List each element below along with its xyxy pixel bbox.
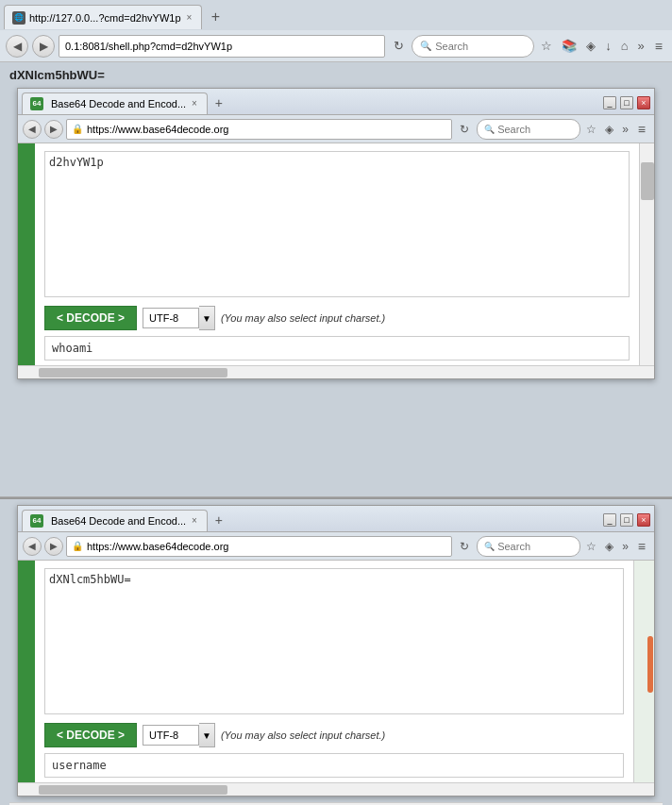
inner-2-tab-title: Base64 Decode and Encod... xyxy=(51,515,186,527)
outer-bookmark-icon[interactable]: ☆ xyxy=(538,37,555,55)
inner-1-charset-select[interactable]: ▼ xyxy=(143,306,215,330)
page-output-text: dXNlcm5hbWU= xyxy=(9,68,663,82)
inner-1-page-body: d2hvYW1p < DECODE > ▼ (You may also sele… xyxy=(35,143,639,365)
inner-1-new-tab-button[interactable]: + xyxy=(208,92,230,114)
inner-2-pocket-icon[interactable]: ◈ xyxy=(602,538,616,555)
inner-2-window-controls: _ □ × xyxy=(603,513,650,527)
inner-1-close-button[interactable]: × xyxy=(637,96,650,109)
inner-1-tab-title: Base64 Decode and Encod... xyxy=(51,98,186,109)
inner-2-url-input[interactable] xyxy=(87,541,446,552)
inner-2-address-bar[interactable]: 🔒 xyxy=(66,536,452,557)
inner-2-decode-row: < DECODE > ▼ (You may also select input … xyxy=(44,723,624,747)
outer-url-input[interactable] xyxy=(65,41,378,52)
inner-2-active-tab[interactable]: 64 Base64 Decode and Encod... × xyxy=(22,510,208,531)
inner-2-right-partial[interactable] xyxy=(633,561,654,782)
inner-2-bottom-scrollbar[interactable] xyxy=(18,782,654,796)
inner-2-lock-icon: 🔒 xyxy=(72,541,83,551)
inner-1-active-tab[interactable]: 64 Base64 Decode and Encod... × xyxy=(22,92,208,114)
inner-2-charset-hint: (You may also select input charset.) xyxy=(221,730,385,741)
inner-2-nav-bar: ◀ ▶ 🔒 ↻ 🔍 ☆ ◈ » ≡ xyxy=(18,532,654,561)
outer-menu-icon[interactable]: ≡ xyxy=(651,37,666,56)
inner-2-maximize-button[interactable]: □ xyxy=(620,513,633,527)
inner-1-reload-button[interactable]: ↻ xyxy=(455,120,474,139)
outer-search-input[interactable] xyxy=(435,41,520,52)
inner-browser-2: 64 Base64 Decode and Encod... × + _ □ × … xyxy=(17,505,655,797)
inner-1-menu-icon[interactable]: ≡ xyxy=(634,120,649,139)
inner-2-bookmark-icon[interactable]: ☆ xyxy=(583,538,599,555)
outer-tab-bar: 🌐 http://127.0.0...?cmd=d2hvYW1p × + xyxy=(0,0,672,30)
inner-1-page-content: d2hvYW1p < DECODE > ▼ (You may also sele… xyxy=(18,143,654,365)
inner-1-address-bar[interactable]: 🔒 xyxy=(66,119,452,140)
inner-1-minimize-button[interactable]: _ xyxy=(603,96,616,109)
outer-address-bar[interactable] xyxy=(59,35,385,58)
inner-browser-1: 64 Base64 Decode and Encod... × + _ □ × … xyxy=(17,88,655,379)
inner-2-close-button[interactable]: × xyxy=(637,513,650,527)
inner-2-minimize-button[interactable]: _ xyxy=(603,513,616,527)
inner-2-search-bar[interactable]: 🔍 xyxy=(477,536,580,557)
inner-1-bottom-scrollbar[interactable] xyxy=(18,365,654,378)
inner-1-charset-input[interactable] xyxy=(143,308,199,328)
inner-1-decode-button[interactable]: < DECODE > xyxy=(44,306,137,330)
outer-forward-button[interactable]: ▶ xyxy=(32,35,55,58)
inner-2-back-button[interactable]: ◀ xyxy=(23,537,42,556)
inner-2-page-content: dXNlcm5hbWU= < DECODE > ▼ (You may also … xyxy=(18,561,654,782)
inner-1-maximize-button[interactable]: □ xyxy=(620,96,633,109)
outer-pocket-icon[interactable]: ◈ xyxy=(583,37,598,55)
inner-1-forward-button[interactable]: ▶ xyxy=(44,120,63,139)
outer-bookmarks-icon[interactable]: 📚 xyxy=(559,37,580,55)
inner-2-input-textarea[interactable]: dXNlcm5hbWU= xyxy=(44,568,624,714)
inner-2-scrollbar-orange xyxy=(647,636,653,693)
inner-2-menu-icon[interactable]: ≡ xyxy=(634,537,649,556)
inner-1-right-scrollbar[interactable] xyxy=(639,143,654,365)
outer-home-icon[interactable]: ⌂ xyxy=(618,37,631,55)
inner-2-charset-input[interactable] xyxy=(143,725,199,746)
outer-nav-bar: ◀ ▶ ↻ 🔍 ☆ 📚 ◈ ↓ ⌂ » ≡ xyxy=(0,30,672,62)
inner-1-more-icon[interactable]: » xyxy=(619,121,631,138)
inner-1-pocket-icon[interactable]: ◈ xyxy=(602,121,616,138)
outer-search-icon: 🔍 xyxy=(420,41,431,51)
inner-2-tab-favicon: 64 xyxy=(30,514,43,528)
inner-2-more-icon[interactable]: » xyxy=(619,538,631,555)
inner-2-new-tab-button[interactable]: + xyxy=(208,509,230,531)
inner-2-charset-arrow[interactable]: ▼ xyxy=(199,723,215,747)
outer-active-tab[interactable]: 🌐 http://127.0.0...?cmd=d2hvYW1p × xyxy=(4,5,202,29)
inner-1-scrollbar-thumb xyxy=(641,162,654,200)
inner-2-search-input[interactable] xyxy=(497,541,563,552)
inner-1-left-stripe xyxy=(18,143,35,365)
inner-1-h-scroll-thumb xyxy=(39,368,227,377)
outer-tab-title: http://127.0.0...?cmd=d2hvYW1p xyxy=(29,12,181,24)
inner-1-tab-close-icon[interactable]: × xyxy=(190,98,199,109)
inner-2-output-box: username xyxy=(44,753,624,778)
outer-new-tab-button[interactable]: + xyxy=(204,6,227,28)
inner-1-nav-bar: ◀ ▶ 🔒 ↻ 🔍 ☆ ◈ » ≡ xyxy=(18,115,654,143)
inner-1-tab-favicon: 64 xyxy=(30,97,43,110)
inner-1-url-input[interactable] xyxy=(87,124,446,135)
inner-2-decode-button[interactable]: < DECODE > xyxy=(44,723,137,747)
inner-2-h-scroll-thumb xyxy=(39,785,227,795)
inner-1-decode-row: < DECODE > ▼ (You may also select input … xyxy=(44,306,630,330)
inner-1-search-input[interactable] xyxy=(497,124,563,135)
inner-2-charset-select[interactable]: ▼ xyxy=(143,723,215,747)
inner-1-charset-arrow[interactable]: ▼ xyxy=(199,306,215,330)
outer-search-bar[interactable]: 🔍 xyxy=(412,35,534,58)
inner-1-lock-icon: 🔒 xyxy=(72,124,83,134)
inner-1-search-bar[interactable]: 🔍 xyxy=(477,119,580,140)
outer-reload-button[interactable]: ↻ xyxy=(389,37,408,56)
outer-tab-favicon: 🌐 xyxy=(12,11,25,25)
inner-2-reload-button[interactable]: ↻ xyxy=(455,537,474,556)
outer-more-icon[interactable]: » xyxy=(635,37,647,55)
inner-2-forward-button[interactable]: ▶ xyxy=(44,537,63,556)
inner-1-window-controls: _ □ × xyxy=(603,96,650,109)
outer-browser-window: 🌐 http://127.0.0...?cmd=d2hvYW1p × + ◀ ▶… xyxy=(0,0,672,497)
inner-1-output-box: whoami xyxy=(44,336,630,361)
inner-2-page-body: dXNlcm5hbWU= < DECODE > ▼ (You may also … xyxy=(35,561,633,782)
outer-back-button[interactable]: ◀ xyxy=(6,35,28,58)
inner-2-search-icon: 🔍 xyxy=(484,542,495,551)
outer-download-icon[interactable]: ↓ xyxy=(602,37,614,55)
inner-1-bookmark-icon[interactable]: ☆ xyxy=(583,121,599,138)
inner-1-input-textarea[interactable]: d2hvYW1p xyxy=(44,151,630,297)
inner-1-back-button[interactable]: ◀ xyxy=(23,120,42,139)
outer-tab-close-icon[interactable]: × xyxy=(185,12,194,23)
inner-2-tab-close-icon[interactable]: × xyxy=(190,515,199,526)
inner-2-left-stripe xyxy=(18,561,35,782)
